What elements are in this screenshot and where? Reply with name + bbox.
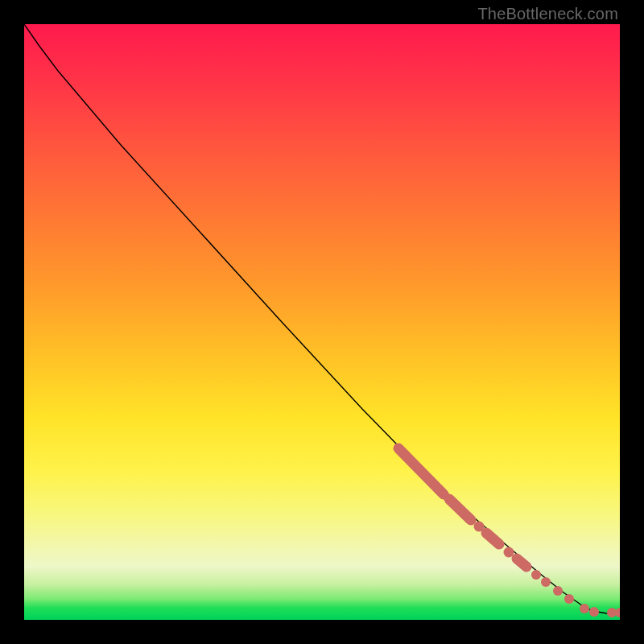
data-point-cluster	[486, 533, 499, 544]
data-point	[589, 607, 599, 617]
data-point	[564, 594, 574, 604]
data-points-group	[398, 448, 620, 617]
data-point	[541, 577, 551, 587]
plot-area	[24, 24, 620, 620]
data-point	[615, 608, 620, 617]
data-point	[531, 570, 541, 580]
data-curve	[24, 24, 620, 613]
data-point-cluster	[517, 559, 526, 567]
watermark-text: TheBottleneck.com	[477, 5, 618, 23]
data-point-cluster	[398, 448, 444, 494]
chart-overlay	[24, 24, 620, 620]
data-point-cluster	[449, 499, 471, 520]
data-point	[553, 586, 563, 596]
chart-frame: TheBottleneck.com	[0, 0, 644, 644]
data-point	[580, 604, 589, 613]
